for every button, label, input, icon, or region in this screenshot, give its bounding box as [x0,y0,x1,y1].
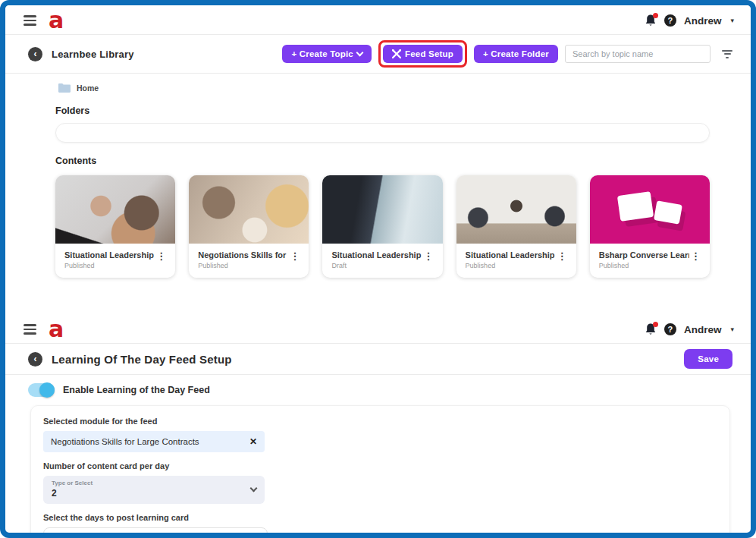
card-title: Situational Leadership [331,250,422,260]
filter-icon[interactable] [722,50,732,58]
feed-setup-form: Selected module for the feed Negotiation… [30,405,730,538]
meeting-discussion-photo [189,175,309,244]
create-folder-button[interactable]: + Create Folder [474,45,558,63]
days-field-label: Select the days to post learning card [43,513,717,522]
notification-dot [653,322,658,327]
library-content: Home Folders Contents Situational Leader… [5,74,751,296]
search-input[interactable] [565,45,711,63]
menu-icon[interactable] [24,324,36,335]
app-frame: a ? Andrew ▾ ‹ Learnbee Library + Create… [0,0,756,538]
library-topbar: a ? Andrew ▾ [5,5,751,34]
library-toolbar: ‹ Learnbee Library + Create Topic Feed S… [5,35,751,73]
card-status: Published [466,262,556,269]
day-label: Sat [209,534,221,538]
day-column: Tue✓ [81,534,111,538]
select-hint: Type or Select [52,480,251,486]
kebab-menu-icon[interactable]: ⋮ [556,250,569,262]
card-status: Draft [331,262,422,269]
feed-setup-topbar: a ? Andrew ▾ [5,316,751,343]
kebab-menu-icon[interactable]: ⋮ [689,250,702,262]
tools-icon [392,49,401,58]
day-column: Thu✓ [140,534,170,538]
notifications-bell-icon[interactable] [645,322,657,336]
feed-setup-screen: a ? Andrew ▾ ‹ Learning Of The Day Feed … [5,316,751,538]
kebab-menu-icon[interactable]: ⋮ [422,250,435,262]
folders-empty-strip [55,123,710,143]
breadcrumb-label: Home [77,83,99,93]
day-column: Fri✓ [171,534,200,538]
magenta-speech-bubbles [590,175,710,244]
card-title: Situational Leadership [64,250,155,260]
contents-heading: Contents [55,156,710,166]
enable-feed-toggle[interactable] [28,383,55,397]
day-label: Wed [118,534,133,538]
folder-icon [58,83,71,93]
days-checkbox-group: Mon✓Tue✓Wed✓Thu✓Fri✓SatSun [43,527,268,538]
chevron-down-icon [250,484,258,492]
bsharp-logo: a [49,319,63,340]
screens-gap [5,296,751,316]
day-column: Mon✓ [52,534,81,538]
folders-heading: Folders [55,105,710,116]
notification-dot [653,13,658,18]
office-argument-photo [55,175,175,244]
day-column: Sat [200,534,230,538]
enable-feed-row: Enable Learning of the Day Feed [5,375,751,404]
menu-icon[interactable] [24,15,36,26]
library-page-title: Learnbee Library [52,49,134,60]
feed-setup-button[interactable]: Feed Setup [383,45,463,63]
cards-per-day-value: 2 [52,488,251,499]
selected-module-value: Negotiations Skills for Large Contracts [51,437,249,446]
module-field-label: Selected module for the feed [43,417,717,426]
user-name[interactable]: Andrew [684,324,722,335]
feed-setup-page-title: Learning Of The Day Feed Setup [52,353,232,366]
user-caret-icon: ▾ [730,326,734,333]
user-caret-icon: ▾ [730,17,734,24]
day-label: Mon [59,534,74,538]
content-card[interactable]: Situational LeadershipPublished⋮ [55,175,175,278]
notifications-bell-icon[interactable] [645,14,657,27]
content-card[interactable]: Bsharp Converse Learnin...Published⋮ [590,175,710,278]
library-screen: a ? Andrew ▾ ‹ Learnbee Library + Create… [5,5,751,296]
cards-per-day-select[interactable]: Type or Select 2 [43,476,265,504]
card-title: Situational Leadership [466,250,556,260]
bsharp-logo: a [49,10,63,31]
user-name[interactable]: Andrew [684,15,722,27]
enable-feed-label: Enable Learning of the Day Feed [63,385,210,395]
card-status: Published [599,262,689,269]
back-button[interactable]: ‹ [28,352,42,367]
help-icon[interactable]: ? [664,323,676,335]
card-title: Bsharp Converse Learnin... [599,250,689,260]
feed-setup-titlebar: ‹ Learning Of The Day Feed Setup Save [5,344,751,374]
day-label: Fri [180,534,190,538]
breadcrumb[interactable]: Home [58,83,710,93]
content-card[interactable]: Situational LeadershipPublished⋮ [456,175,576,278]
feed-setup-highlight: Feed Setup [378,40,467,68]
boardroom-team-photo [456,175,576,244]
cards-per-day-label: Number of content card per day [43,461,717,470]
silhouette-window-photo [322,175,442,244]
day-column: Wed✓ [111,534,140,538]
card-title: Negotiations Skills for La... [198,250,288,260]
contents-card-list: Situational LeadershipPublished⋮Negotiat… [55,175,710,278]
kebab-menu-icon[interactable]: ⋮ [288,250,301,262]
back-button[interactable]: ‹ [28,47,42,61]
day-label: Sun [237,534,251,538]
save-button[interactable]: Save [684,349,732,369]
kebab-menu-icon[interactable]: ⋮ [155,250,168,262]
clear-module-icon[interactable]: ✕ [249,436,257,447]
day-label: Thu [149,534,162,538]
card-status: Published [198,262,288,269]
help-icon[interactable]: ? [664,14,676,27]
content-card[interactable]: Situational LeadershipDraft⋮ [322,175,442,278]
create-topic-button[interactable]: + Create Topic [282,45,372,63]
chevron-down-icon [356,49,364,57]
day-label: Tue [90,534,102,538]
card-status: Published [64,262,155,269]
day-column: Sun [230,534,259,538]
selected-module-input[interactable]: Negotiations Skills for Large Contracts … [43,431,265,452]
content-card[interactable]: Negotiations Skills for La...Published⋮ [189,175,309,278]
